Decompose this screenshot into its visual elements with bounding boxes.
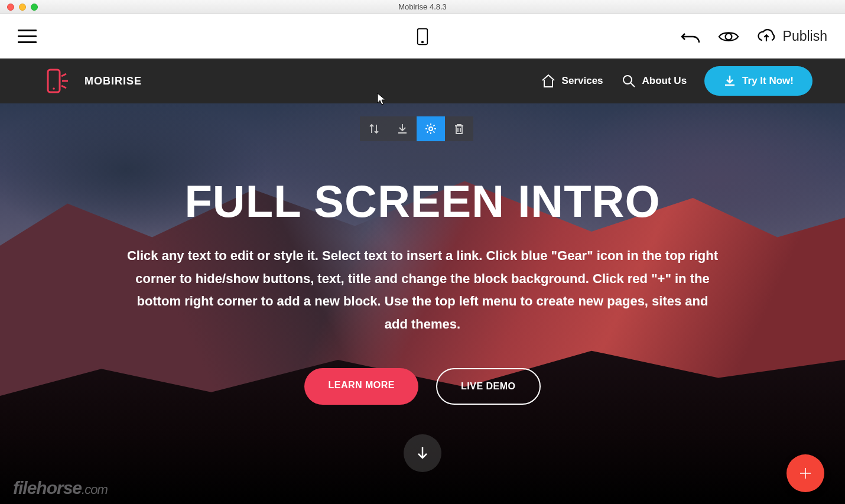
brand[interactable]: MOBIRISE (44, 66, 142, 96)
download-icon (723, 74, 736, 87)
publish-label: Publish (783, 28, 827, 44)
undo-icon (680, 28, 701, 45)
hero-block: FULL SCREEN INTRO Click any text to edit… (0, 103, 845, 504)
watermark-main: filehorse (13, 478, 82, 498)
svg-point-4 (53, 87, 55, 90)
block-settings-button[interactable] (417, 116, 445, 141)
site-navbar: MOBIRISE Services About Us Try It Now! (0, 58, 845, 103)
svg-line-6 (61, 74, 66, 76)
svg-point-1 (422, 41, 424, 43)
nav-cta-label: Try It Now! (742, 75, 794, 87)
eye-icon (718, 28, 739, 45)
add-block-button[interactable] (786, 454, 824, 492)
svg-point-2 (725, 33, 732, 40)
publish-button[interactable]: Publish (756, 28, 827, 45)
window-title: Mobirise 4.8.3 (398, 2, 447, 11)
search-icon (621, 73, 636, 89)
svg-point-10 (429, 127, 433, 131)
minimize-window-button[interactable] (19, 4, 26, 11)
svg-line-7 (61, 86, 66, 88)
download-icon (396, 122, 409, 135)
brand-logo-icon (44, 66, 74, 96)
block-move-button[interactable] (360, 116, 388, 141)
preview-button[interactable] (718, 28, 739, 45)
learn-more-button[interactable]: LEARN MORE (304, 368, 418, 405)
phone-icon (412, 28, 433, 45)
watermark-suffix: .com (82, 482, 108, 497)
brand-text: MOBIRISE (84, 75, 142, 87)
gear-icon (424, 122, 437, 135)
nav-item-label: About Us (642, 75, 687, 87)
maximize-window-button[interactable] (31, 4, 38, 11)
nav-cta-button[interactable]: Try It Now! (704, 66, 812, 96)
trash-icon (453, 122, 466, 135)
home-icon (541, 73, 556, 89)
scroll-down-button[interactable] (404, 434, 441, 472)
hero-title[interactable]: FULL SCREEN INTRO (184, 175, 660, 227)
undo-button[interactable] (680, 28, 701, 45)
block-toolbar (360, 116, 473, 141)
hero-buttons: LEARN MORE LIVE DEMO (304, 368, 540, 405)
block-delete-button[interactable] (445, 116, 473, 141)
live-demo-button[interactable]: LIVE DEMO (436, 368, 541, 405)
app-toolbar: Publish (0, 14, 845, 58)
plus-icon (799, 467, 812, 480)
svg-line-9 (630, 83, 635, 87)
nav-item-services[interactable]: Services (541, 73, 603, 89)
hero-description[interactable]: Click any text to edit or style it. Sele… (124, 245, 721, 336)
cloud-upload-icon (756, 28, 777, 45)
arrow-down-icon (414, 445, 431, 461)
traffic-lights (0, 4, 38, 11)
nav-item-label: Services (562, 75, 603, 87)
nav-item-about[interactable]: About Us (621, 73, 687, 89)
menu-button[interactable] (18, 30, 37, 43)
svg-point-8 (623, 76, 632, 84)
watermark: filehorse.com (13, 478, 108, 498)
mobile-preview-button[interactable] (412, 28, 433, 45)
close-window-button[interactable] (7, 4, 14, 11)
sort-icon (368, 122, 381, 135)
mac-titlebar: Mobirise 4.8.3 (0, 0, 845, 14)
block-save-button[interactable] (388, 116, 417, 141)
